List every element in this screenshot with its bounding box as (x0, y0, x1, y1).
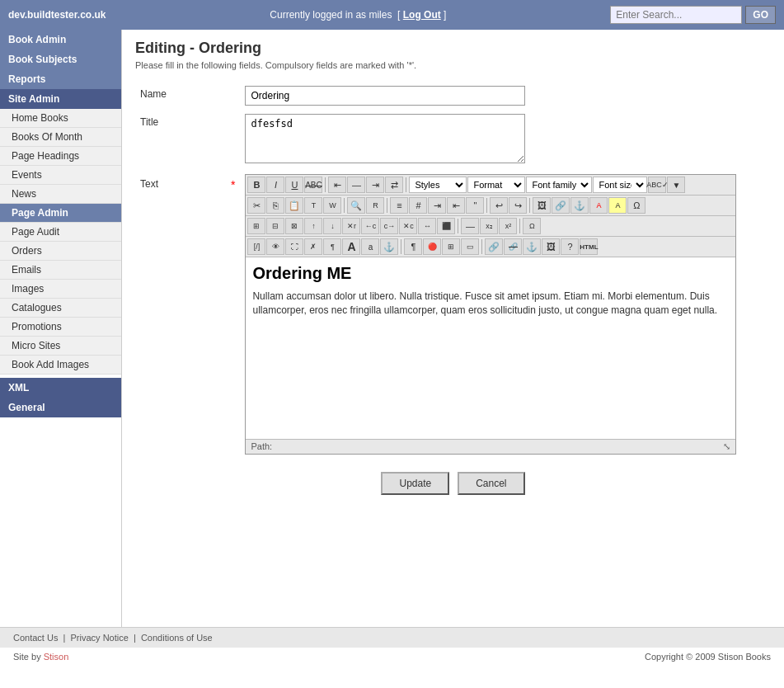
conditions-link[interactable]: Conditions of Use (141, 633, 213, 643)
rte-frame-button[interactable]: ▭ (461, 238, 479, 255)
sidebar-section-book-subjects[interactable]: Book Subjects (0, 49, 121, 69)
rte-font-color-button[interactable]: A (589, 197, 608, 214)
rte-remove-format-button[interactable]: ✗ (304, 238, 322, 255)
rte-del-table-button[interactable]: ⊠ (285, 218, 303, 234)
sidebar-item-page-admin[interactable]: Page Admin (0, 204, 121, 223)
rte-merge-cell-button[interactable]: ⬛ (437, 218, 455, 234)
rte-link2-button[interactable]: 🔗 (485, 238, 503, 255)
rte-table-button[interactable]: ⊞ (247, 218, 265, 234)
privacy-link[interactable]: Privacy Notice (71, 633, 129, 643)
rte-styles-select[interactable]: Styles (409, 177, 467, 193)
stison-link[interactable]: Stison (44, 652, 69, 662)
rte-pilcrow-button[interactable]: ¶ (404, 238, 422, 255)
rte-spellcheck-button[interactable]: ABC✓ (648, 177, 666, 193)
rte-split-cell-button[interactable]: ↔ (418, 218, 436, 234)
cancel-button[interactable]: Cancel (458, 472, 524, 495)
rte-ul-button[interactable]: ≡ (390, 197, 408, 214)
rte-bold-button[interactable]: B (247, 177, 265, 193)
rte-redo-button[interactable]: ↪ (509, 197, 527, 214)
rte-blockquote-button[interactable]: " (466, 197, 484, 214)
sidebar-item-books-of-month[interactable]: Books Of Month (0, 128, 121, 147)
rte-big-a-button[interactable]: A (342, 238, 360, 255)
sidebar-item-catalogues[interactable]: Catalogues (0, 299, 121, 318)
rte-del-col-button[interactable]: ✕c (399, 218, 417, 234)
rte-hr-button[interactable]: — (461, 218, 479, 234)
rte-italic-button[interactable]: I (266, 177, 284, 193)
rte-copy-button[interactable]: ⎘ (266, 197, 284, 214)
rte-insert-anchor-button[interactable]: ⚓ (570, 197, 589, 214)
sidebar-section-reports[interactable]: Reports (0, 69, 121, 89)
rte-insert-image-button[interactable]: 🖼 (533, 197, 551, 214)
rte-page-break-button[interactable]: [/] (247, 238, 265, 255)
rte-font-family-select[interactable]: Font family (526, 177, 592, 193)
rte-source-button[interactable]: 🔴 (423, 238, 441, 255)
sidebar-item-home-books[interactable]: Home Books (0, 109, 121, 128)
logout-link[interactable]: Log Out (403, 9, 441, 21)
search-button[interactable]: GO (745, 6, 776, 24)
rte-paste-button[interactable]: 📋 (285, 197, 303, 214)
rte-align-left-button[interactable]: ⇤ (328, 177, 346, 193)
rte-font-size-select[interactable]: Font size (593, 177, 647, 193)
sidebar-item-promotions[interactable]: Promotions (0, 318, 121, 337)
title-textarea[interactable]: dfesfsd (245, 114, 525, 163)
rte-indent-button[interactable]: ⇥ (428, 197, 446, 214)
rte-outdent-button[interactable]: ⇤ (447, 197, 465, 214)
sidebar-section-xml[interactable]: XML (0, 378, 121, 398)
rte-pagebreak2-button[interactable]: ⊞ (442, 238, 460, 255)
rte-question-button[interactable]: ? (561, 238, 579, 255)
search-input[interactable] (610, 6, 742, 24)
rte-insert-row-below-button[interactable]: ↓ (323, 218, 341, 234)
rte-char-map-button[interactable]: Ω (627, 197, 646, 214)
rte-more-button[interactable]: ▼ (667, 177, 685, 193)
rte-paste-text-button[interactable]: T (304, 197, 322, 214)
rte-align-right-button[interactable]: ⇥ (366, 177, 384, 193)
rte-cut-button[interactable]: ✂ (247, 197, 265, 214)
rte-underline-button[interactable]: U (285, 177, 303, 193)
rte-replace-button[interactable]: R (366, 197, 384, 214)
sidebar-section-general[interactable]: General (0, 398, 121, 417)
rte-bg-color-button[interactable]: A (608, 197, 627, 214)
rte-content-area[interactable]: Ordering ME Nullam accumsan dolor ut lib… (246, 257, 735, 439)
sidebar-item-book-add-images[interactable]: Book Add Images (0, 356, 121, 375)
rte-paste-word-button[interactable]: W (323, 197, 341, 214)
sidebar-item-page-headings[interactable]: Page Headings (0, 147, 121, 166)
rte-insert-col-left-button[interactable]: ←c (361, 218, 379, 234)
rte-insert-col-right-button[interactable]: c→ (380, 218, 398, 234)
contact-link[interactable]: Contact Us (13, 633, 58, 643)
rte-fullscreen-button[interactable]: ⛶ (285, 238, 303, 255)
rte-insert-row-above-button[interactable]: ↑ (304, 218, 322, 234)
rte-justify-button[interactable]: ⇄ (385, 177, 403, 193)
rte-sub-button[interactable]: x₂ (480, 218, 498, 234)
sidebar-item-orders[interactable]: Orders (0, 242, 121, 261)
rte-image2-button[interactable]: 🖼 (542, 238, 560, 255)
sidebar-section-site-admin[interactable]: Site Admin (0, 89, 121, 109)
update-button[interactable]: Update (381, 472, 449, 495)
sidebar-item-images[interactable]: Images (0, 280, 121, 299)
sidebar-item-emails[interactable]: Emails (0, 261, 121, 280)
sidebar-item-micro-sites[interactable]: Micro Sites (0, 337, 121, 356)
rte-special-chars-button[interactable]: Ω (523, 218, 541, 234)
rte-preview-button[interactable]: 👁 (266, 238, 284, 255)
rte-insert-link-button[interactable]: 🔗 (552, 197, 570, 214)
rte-del-row-button[interactable]: ✕r (342, 218, 360, 234)
sidebar-section-book-admin[interactable]: Book Admin (0, 30, 121, 49)
sidebar-item-page-audit[interactable]: Page Audit (0, 223, 121, 242)
rte-format-select[interactable]: Format (467, 177, 525, 193)
rte-strikethrough-button[interactable]: ABC (304, 177, 322, 193)
rte-ol-button[interactable]: # (409, 197, 427, 214)
rte-sup-button[interactable]: x² (499, 218, 517, 234)
rte-search-button[interactable]: 🔍 (347, 197, 365, 214)
rte-show-blocks-button[interactable]: ¶ (323, 238, 341, 255)
sidebar-item-events[interactable]: Events (0, 166, 121, 185)
name-input[interactable] (245, 86, 525, 106)
rte-resize-handle[interactable]: ⤡ (723, 441, 730, 452)
sidebar-item-news[interactable]: News (0, 185, 121, 204)
rte-undo-button[interactable]: ↩ (490, 197, 508, 214)
rte-anchor3-button[interactable]: ⚓ (523, 238, 541, 255)
rte-anchor2-button[interactable]: ⚓ (380, 238, 398, 255)
rte-small-a-button[interactable]: a (361, 238, 379, 255)
rte-unlink-button[interactable]: 🔗 (504, 238, 522, 255)
rte-align-center-button[interactable]: ― (347, 177, 365, 193)
rte-html-button[interactable]: HTML (580, 238, 598, 255)
rte-table-props-button[interactable]: ⊟ (266, 218, 284, 234)
